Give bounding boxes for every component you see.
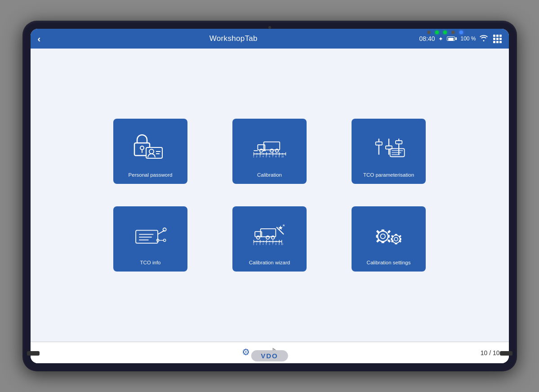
svg-rect-101 — [398, 235, 401, 237]
svg-text:4: 4 — [263, 156, 264, 158]
svg-text:2: 2 — [256, 156, 257, 158]
svg-rect-98 — [391, 238, 392, 240]
battery-bar — [447, 36, 455, 41]
svg-rect-100 — [391, 235, 393, 237]
svg-rect-91 — [387, 230, 391, 233]
led-4 — [451, 31, 455, 34]
tile-label-tco-info: TCO info — [140, 259, 160, 266]
grip-left — [27, 351, 40, 356]
svg-text:10: 10 — [281, 156, 284, 158]
tile-tco-info[interactable]: TCO info — [113, 206, 187, 272]
tile-label-calibration-wizard: Calibration wizard — [249, 259, 290, 266]
wifi-icon — [480, 35, 488, 43]
svg-text:1: 1 — [253, 156, 254, 158]
page-count: 10 / 10 — [481, 349, 500, 356]
tile-label-calibration-settings: Calibration settings — [367, 259, 411, 266]
svg-text:5: 5 — [266, 156, 267, 158]
svg-text:6: 6 — [269, 156, 270, 158]
tiles-grid: Personal password — [113, 119, 426, 272]
tile-icon-tco-parameterisation — [371, 126, 407, 169]
svg-text:7: 7 — [272, 243, 273, 245]
svg-text:5: 5 — [266, 243, 267, 245]
topbar-right: 08:40 ✦ 100 % — [419, 35, 501, 43]
svg-rect-87 — [381, 241, 384, 243]
settings-icon[interactable]: ⚙ — [242, 347, 250, 359]
svg-text:4: 4 — [263, 243, 264, 245]
svg-text:10: 10 — [281, 243, 283, 245]
svg-rect-42 — [396, 140, 402, 143]
back-button[interactable]: ‹ — [38, 34, 41, 44]
vdo-badge: VDO — [251, 350, 288, 361]
led-5 — [459, 31, 463, 34]
led-2 — [435, 31, 439, 34]
bluetooth-icon: ✦ — [438, 36, 443, 42]
svg-rect-40 — [375, 142, 382, 145]
svg-rect-86 — [381, 229, 384, 231]
svg-rect-3 — [146, 147, 162, 158]
tile-icon-calibration-wizard: 1 2 3 4 5 6 7 8 9 10 — [252, 214, 288, 257]
svg-text:1: 1 — [253, 243, 254, 245]
svg-text:3: 3 — [259, 243, 260, 245]
tile-icon-calibration-settings — [371, 214, 407, 257]
svg-text:6: 6 — [269, 243, 270, 245]
tile-personal-password[interactable]: Personal password — [113, 119, 187, 184]
svg-text:3: 3 — [259, 156, 260, 158]
led-row — [427, 31, 463, 34]
led-1 — [427, 31, 431, 34]
svg-point-95 — [394, 237, 398, 241]
led-3 — [443, 31, 447, 34]
grid-icon[interactable] — [493, 35, 502, 43]
svg-rect-96 — [395, 234, 397, 236]
tile-icon-personal-password — [133, 126, 169, 169]
battery-icon — [447, 36, 457, 41]
svg-point-85 — [380, 234, 385, 239]
main-content: Personal password — [31, 49, 509, 342]
svg-text:9: 9 — [278, 243, 280, 245]
svg-text:8: 8 — [275, 243, 276, 245]
topbar-time: 08:40 — [419, 35, 435, 42]
svg-rect-88 — [376, 235, 378, 237]
svg-rect-93 — [387, 239, 391, 243]
svg-rect-89 — [388, 235, 389, 237]
svg-rect-47 — [136, 230, 158, 243]
tile-icon-calibration: 1 2 3 4 5 6 7 8 9 10 — [252, 126, 288, 169]
svg-rect-77 — [260, 228, 276, 236]
svg-text:9: 9 — [278, 156, 280, 158]
tile-icon-tco-info — [133, 214, 169, 257]
grip-right — [500, 351, 512, 356]
tile-calibration-wizard[interactable]: 1 2 3 4 5 6 7 8 9 10 — [232, 206, 307, 272]
tile-label-tco-parameterisation: TCO parameterisation — [363, 172, 414, 178]
screen: ‹ WorkshopTab 08:40 ✦ 100 % — [31, 29, 509, 363]
svg-text:2: 2 — [256, 243, 257, 245]
battery-tip — [455, 37, 457, 40]
tile-tco-parameterisation[interactable]: TCO parameterisation — [352, 119, 426, 184]
tile-label-calibration: Calibration — [257, 172, 282, 178]
tile-calibration[interactable]: 1 2 3 4 5 6 7 8 9 10 — [232, 119, 307, 184]
svg-text:8: 8 — [275, 156, 276, 158]
topbar-title: WorkshopTab — [48, 34, 419, 43]
svg-text:7: 7 — [272, 156, 273, 158]
tile-calibration-settings[interactable]: Calibration settings — [352, 206, 426, 272]
svg-point-84 — [378, 231, 388, 241]
svg-point-1 — [140, 146, 144, 150]
svg-rect-97 — [395, 242, 397, 244]
tablet-shell: VDO ‹ WorkshopTab 08:40 ✦ 100 % — [22, 21, 517, 371]
battery-percent: 100 % — [460, 36, 476, 42]
tile-label-personal-password: Personal password — [129, 172, 173, 178]
